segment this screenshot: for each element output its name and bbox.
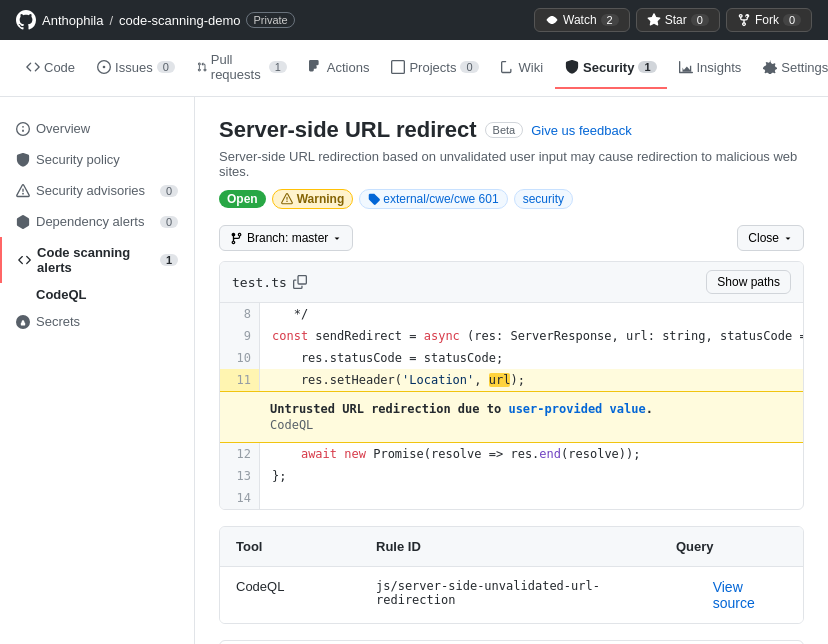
security-icon	[565, 60, 579, 74]
sidebar: Overview Security policy Security adviso…	[0, 97, 195, 644]
tab-security-count: 1	[638, 61, 656, 73]
line-num-13: 13	[220, 465, 260, 487]
tag-security-label: security	[523, 192, 564, 206]
col-rule-val: js/server-side-unvalidated-url-redirecti…	[376, 579, 673, 611]
tag-cwe[interactable]: external/cwe/cwe 601	[359, 189, 507, 209]
tab-security[interactable]: Security 1	[555, 48, 666, 89]
branch-row: Branch: master Close	[219, 225, 804, 251]
fork-button[interactable]: Fork 0	[726, 8, 812, 32]
star-icon	[647, 13, 661, 27]
line-content-13: };	[260, 465, 803, 487]
tab-wiki[interactable]: Wiki	[491, 48, 554, 89]
alert-description: Server-side URL redirection based on unv…	[219, 149, 804, 179]
sidebar-scanning-count: 1	[160, 254, 178, 266]
tab-insights[interactable]: Insights	[669, 48, 752, 89]
sidebar-scanning-label: Code scanning alerts	[37, 245, 160, 275]
org-name[interactable]: Anthophila	[42, 13, 103, 28]
watch-count: 2	[601, 14, 619, 26]
fork-count: 0	[783, 14, 801, 26]
sidebar-item-secrets[interactable]: Secrets	[0, 306, 194, 337]
projects-icon	[391, 60, 405, 74]
tab-settings[interactable]: Settings	[753, 48, 828, 89]
pr-icon	[197, 60, 207, 74]
tab-pr-count: 1	[269, 61, 287, 73]
sidebar-dependency-label: Dependency alerts	[36, 214, 144, 229]
warning-icon	[281, 193, 293, 205]
watch-button[interactable]: Watch 2	[534, 8, 630, 32]
tab-settings-label: Settings	[781, 60, 828, 75]
tab-security-label: Security	[583, 60, 634, 75]
page-header: Anthophila / code-scanning-demo Private …	[0, 0, 828, 40]
beta-badge: Beta	[485, 122, 524, 138]
close-label: Close	[748, 231, 779, 245]
sidebar-item-dependency[interactable]: Dependency alerts 0	[0, 206, 194, 237]
tab-pr-label: Pull requests	[211, 52, 265, 82]
sidebar-item-policy[interactable]: Security policy	[0, 144, 194, 175]
info-table-header: Tool Rule ID Query	[220, 527, 803, 567]
line-num-12: 12	[220, 443, 260, 465]
tab-actions[interactable]: Actions	[299, 48, 380, 89]
tab-code-label: Code	[44, 60, 75, 75]
sidebar-policy-label: Security policy	[36, 152, 120, 167]
code-icon	[26, 60, 40, 74]
info-table: Tool Rule ID Query CodeQL js/server-side…	[219, 526, 804, 624]
code-line-14: 14	[220, 487, 803, 509]
sidebar-item-scanning[interactable]: Code scanning alerts 1	[0, 237, 194, 283]
chevron-down-icon-close	[783, 233, 793, 243]
separator: /	[109, 13, 113, 28]
tab-insights-label: Insights	[697, 60, 742, 75]
col-tool-header: Tool	[236, 539, 336, 554]
sidebar-item-overview[interactable]: Overview	[0, 113, 194, 144]
line-content-9: const sendRedirect = async (res: ServerR…	[260, 325, 804, 347]
tab-projects-count: 0	[460, 61, 478, 73]
fork-icon	[737, 13, 751, 27]
warning-link[interactable]: user-provided value	[508, 402, 645, 416]
overview-icon	[16, 122, 30, 136]
view-source-link[interactable]: View source	[713, 579, 787, 611]
sidebar-item-codeql[interactable]: CodeQL	[0, 283, 194, 306]
tab-pr[interactable]: Pull requests 1	[187, 40, 297, 96]
dependency-icon	[16, 215, 30, 229]
col-tool-val: CodeQL	[236, 579, 336, 611]
sidebar-advisories-count: 0	[160, 185, 178, 197]
severity-label: Warning	[297, 192, 345, 206]
show-paths-button[interactable]: Show paths	[706, 270, 791, 294]
eye-icon	[545, 13, 559, 27]
feedback-link[interactable]: Give us feedback	[531, 123, 631, 138]
code-line-12: 12 await new Promise(resolve => res.end(…	[220, 443, 803, 465]
branch-icon	[230, 232, 243, 245]
line-content-10: res.statusCode = statusCode;	[260, 347, 803, 369]
tab-code[interactable]: Code	[16, 48, 85, 89]
star-label: Star	[665, 13, 687, 27]
code-block: test.ts Show paths 8 */ 9 const sendRedi…	[219, 261, 804, 510]
branch-label: Branch: master	[247, 231, 328, 245]
tab-projects-label: Projects	[409, 60, 456, 75]
settings-icon	[763, 60, 777, 74]
file-name: test.ts	[232, 275, 307, 290]
code-line-13: 13 };	[220, 465, 803, 487]
tab-projects[interactable]: Projects 0	[381, 48, 488, 89]
col-query-header: Query	[676, 539, 776, 554]
tab-wiki-label: Wiki	[519, 60, 544, 75]
code-line-10: 10 res.statusCode = statusCode;	[220, 347, 803, 369]
branch-selector[interactable]: Branch: master	[219, 225, 353, 251]
star-button[interactable]: Star 0	[636, 8, 720, 32]
close-button[interactable]: Close	[737, 225, 804, 251]
alert-title-row: Server-side URL redirect Beta Give us fe…	[219, 117, 804, 143]
line-content-14	[260, 487, 803, 509]
scanning-icon	[18, 253, 31, 267]
status-badge: Open	[219, 190, 266, 208]
tag-security[interactable]: security	[514, 189, 573, 209]
repo-name[interactable]: code-scanning-demo	[119, 13, 240, 28]
line-content-8: */	[260, 303, 803, 325]
sidebar-item-advisories[interactable]: Security advisories 0	[0, 175, 194, 206]
tab-issues-label: Issues	[115, 60, 153, 75]
insights-icon	[679, 60, 693, 74]
line-content-12: await new Promise(resolve => res.end(res…	[260, 443, 803, 465]
main-content: Server-side URL redirect Beta Give us fe…	[195, 97, 828, 644]
copy-icon[interactable]	[293, 275, 307, 289]
tab-issues[interactable]: Issues 0	[87, 48, 185, 89]
tag-icon	[368, 193, 380, 205]
line-num-11: 11	[220, 369, 260, 391]
sidebar-advisories-label: Security advisories	[36, 183, 145, 198]
